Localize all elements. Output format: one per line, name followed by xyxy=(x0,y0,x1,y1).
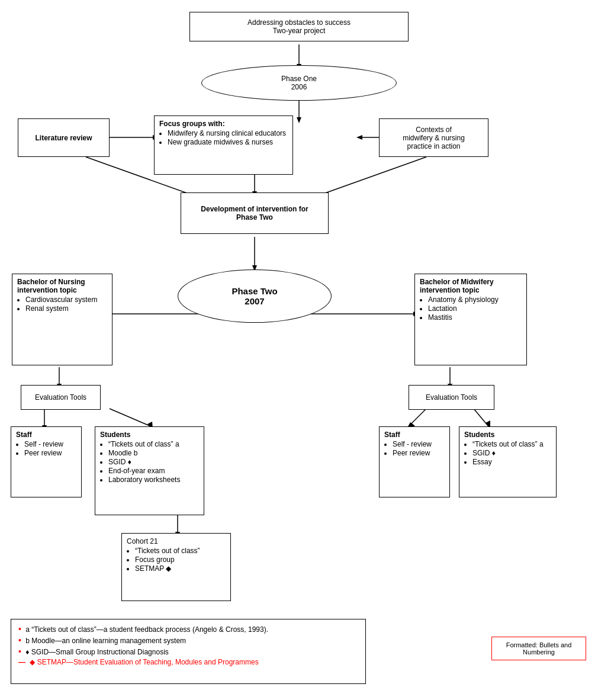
footnote-item-4: — ◆ SETMAP—Student Evaluation of Teachin… xyxy=(18,658,358,666)
svg-marker-3 xyxy=(297,117,301,123)
staff-left-item-2: Peer review xyxy=(24,449,76,457)
focus-groups-item-2: New graduate midwives & nurses xyxy=(168,138,288,146)
bach-nursing-list: Cardiovascular system Renal system xyxy=(25,296,107,313)
phase-one-ellipse: Phase One 2006 xyxy=(201,65,397,101)
development-box: Development of intervention for Phase Tw… xyxy=(181,192,329,234)
eval-tools-right-label: Evaluation Tools xyxy=(426,393,477,402)
staff-right-item-1: Self - review xyxy=(393,440,445,448)
cohort21-item-2: Focus group xyxy=(135,555,226,564)
students-right-title: Students xyxy=(464,431,494,439)
students-left-list: “Tickets out of class” a Moodle b SGID ♦… xyxy=(108,440,199,484)
bach-nursing-item-1: Cardiovascular system xyxy=(25,296,107,304)
students-left-item-2: Moodle b xyxy=(108,449,199,457)
staff-right-box: Staff Self - review Peer review xyxy=(379,426,450,497)
footnote-bullet-4: — xyxy=(18,658,25,666)
students-left-item-5: Laboratory worksheets xyxy=(108,476,199,484)
cohort21-box: Cohort 21 “Tickets out of class” Focus g… xyxy=(121,533,231,601)
staff-right-title: Staff xyxy=(384,431,400,439)
bach-midwifery-list: Anatomy & physiology Lactation Mastitis xyxy=(428,296,522,322)
footnote-bullet-2: • xyxy=(18,635,21,645)
literature-review-label: Literature review xyxy=(35,134,92,142)
staff-right-list: Self - review Peer review xyxy=(393,440,445,457)
cohort21-item-3: SETMAP ◆ xyxy=(135,564,226,573)
students-right-item-1: “Tickets out of class” a xyxy=(472,440,551,448)
bach-nursing-box: Bachelor of Nursing intervention topic C… xyxy=(12,274,112,365)
cohort21-list: “Tickets out of class” Focus group SETMA… xyxy=(135,547,226,573)
bach-nursing-title: Bachelor of Nursing intervention topic xyxy=(17,278,85,294)
students-left-box: Students “Tickets out of class” a Moodle… xyxy=(95,426,204,515)
title-box: Addressing obstacles to success Two-year… xyxy=(189,12,409,41)
svg-line-28 xyxy=(409,409,426,426)
staff-left-title: Staff xyxy=(16,431,32,439)
staff-left-item-1: Self - review xyxy=(24,440,76,448)
formatted-box: Formatted: Bullets and Numbering xyxy=(491,637,586,660)
contexts-text: Contexts of midwifery & nursing practice… xyxy=(403,126,465,150)
title-line2: Two-year project xyxy=(273,27,326,35)
students-left-item-4: End-of-year exam xyxy=(108,467,199,475)
focus-groups-item-1: Midwifery & nursing clinical educators xyxy=(168,129,288,137)
cohort21-item-1: “Tickets out of class” xyxy=(135,547,226,555)
footnote-bullet-3: • xyxy=(18,647,21,656)
bach-midwifery-item-1: Anatomy & physiology xyxy=(428,296,522,304)
bach-midwifery-title: Bachelor of Midwifery intervention topic xyxy=(420,278,494,294)
students-right-item-3: Essay xyxy=(472,458,551,466)
students-right-box: Students “Tickets out of class” a SGID ♦… xyxy=(459,426,557,497)
eval-tools-left-box: Evaluation Tools xyxy=(21,385,101,410)
footnote-item-3: • ♦ SGID—Small Group Instructional Diagn… xyxy=(18,647,358,656)
contexts-box: Contexts of midwifery & nursing practice… xyxy=(379,118,488,157)
eval-tools-left-label: Evaluation Tools xyxy=(35,393,86,402)
footnotes-list: • a “Tickets out of class”—a student fee… xyxy=(18,624,358,666)
staff-left-list: Self - review Peer review xyxy=(24,440,76,457)
students-left-title: Students xyxy=(100,431,130,439)
svg-line-30 xyxy=(474,409,488,426)
bach-nursing-item-2: Renal system xyxy=(25,304,107,313)
focus-groups-title: Focus groups with: xyxy=(159,120,225,128)
cohort21-title: Cohort 21 xyxy=(127,537,158,545)
literature-review-box: Literature review xyxy=(18,118,110,157)
phase-one-text: Phase One 2006 xyxy=(281,75,317,91)
students-left-item-3: SGID ♦ xyxy=(108,458,199,466)
phase-two-text: Phase Two 2007 xyxy=(232,286,277,306)
staff-right-item-2: Peer review xyxy=(393,449,445,457)
footnotes-box: • a “Tickets out of class”—a student fee… xyxy=(11,619,366,684)
bach-midwifery-item-2: Lactation xyxy=(428,304,522,313)
staff-left-box: Staff Self - review Peer review xyxy=(11,426,82,497)
students-right-item-2: SGID ♦ xyxy=(472,449,551,457)
footnote-item-1: • a “Tickets out of class”—a student fee… xyxy=(18,624,358,634)
footnote-item-2: • b Moodle—an online learning management… xyxy=(18,635,358,645)
svg-line-26 xyxy=(110,409,151,426)
eval-tools-right-box: Evaluation Tools xyxy=(409,385,494,410)
title-line1: Addressing obstacles to success xyxy=(247,18,351,27)
svg-marker-7 xyxy=(356,135,362,140)
bach-midwifery-box: Bachelor of Midwifery intervention topic… xyxy=(414,274,527,365)
development-text: Development of intervention for Phase Tw… xyxy=(201,205,308,221)
footnote-bullet-1: • xyxy=(18,624,21,634)
diagram-container: Addressing obstacles to success Two-year… xyxy=(0,0,598,24)
bach-midwifery-item-3: Mastitis xyxy=(428,313,522,322)
phase-two-ellipse: Phase Two 2007 xyxy=(178,269,332,323)
formatted-label: Formatted: Bullets and Numbering xyxy=(497,641,581,656)
focus-groups-list: Midwifery & nursing clinical educators N… xyxy=(168,129,288,146)
focus-groups-box: Focus groups with: Midwifery & nursing c… xyxy=(154,115,293,175)
students-left-item-1: “Tickets out of class” a xyxy=(108,440,199,448)
students-right-list: “Tickets out of class” a SGID ♦ Essay xyxy=(472,440,551,466)
